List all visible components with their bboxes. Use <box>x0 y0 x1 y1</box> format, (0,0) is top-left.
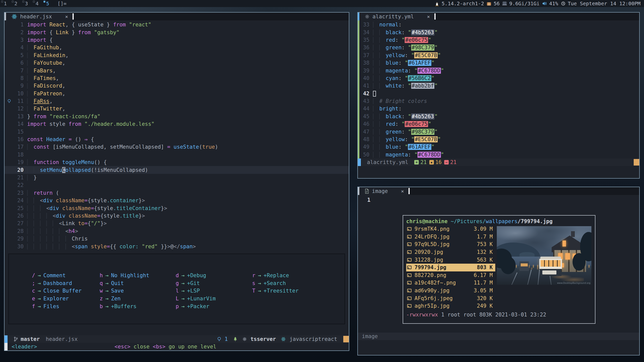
code-line[interactable]: 23 return ( <box>5 189 349 197</box>
code-line[interactable]: 50 magenta: "#C678DD" <box>359 151 639 158</box>
laptop-icon <box>502 1 507 6</box>
file-row[interactable]: aghr5Ip.jpg249 K <box>406 302 495 310</box>
whichkey-label: +LSP <box>187 288 200 294</box>
code-line[interactable]: 43 # Bright colors <box>359 97 639 105</box>
file-row[interactable]: 9rsmTK4.png3.09 M <box>406 225 495 233</box>
whichkey-label: +LunarVim <box>187 296 216 302</box>
workspace-tag-3[interactable]: 3 <box>21 0 32 7</box>
cmdline-cursor-block <box>5 343 8 350</box>
line-number: 34 <box>359 29 373 35</box>
code-line[interactable]: 25 <div className={style.titleContainer}… <box>5 204 349 212</box>
diff-changed-icon: ▪ <box>429 160 434 165</box>
code-line[interactable]: 28 <h4> <box>5 227 349 235</box>
code-line[interactable]: 40 cyan: "#56B6C2" <box>359 74 639 82</box>
line-number: 40 <box>359 75 373 81</box>
workspace-indicator-square <box>44 1 45 3</box>
workspace-tag-4[interactable]: 4 <box>32 0 42 7</box>
code-line[interactable]: 41 white: "#abb2bf" <box>359 82 639 90</box>
code-line[interactable]: 42 <box>359 90 639 97</box>
file-row[interactable]: a19c482f~.png11.7 M <box>406 279 495 287</box>
code-line[interactable]: 47 green: "#98C379" <box>359 128 639 135</box>
code-line[interactable]: 8 FaTimes, <box>5 74 349 82</box>
close-icon[interactable]: × <box>427 14 430 20</box>
code-area-left[interactable]: 1import React, { useState } from "react"… <box>5 21 349 250</box>
file-row[interactable]: ad6v90y.jpg3.05 M <box>406 287 495 295</box>
code-text: blue: "#61AFEF" <box>373 60 434 66</box>
code-line[interactable]: 39 magenta: "#C678DD" <box>359 67 639 74</box>
code-line[interactable]: 49 blue: "#61AFEF" <box>359 143 639 151</box>
file-row-selected[interactable]: 799794.jpg803 K <box>406 264 495 271</box>
code-line[interactable]: 26 <div className={style.title}> <box>5 212 349 220</box>
whichkey-label: Comment <box>43 272 66 278</box>
code-line[interactable]: 38 blue: "#61AFEF" <box>359 59 639 67</box>
code-line[interactable]: 44 bright: <box>359 105 639 112</box>
code-text: setMenuCollapsed(!isMenuCollapsed) <box>27 167 148 173</box>
whichkey-binding: h→No Highlight <box>100 272 176 279</box>
code-line[interactable]: 11 FaRss, <box>5 97 349 105</box>
whichkey-binding: c→Close Buffer <box>32 287 100 295</box>
file-row[interactable]: AFq5r6j.jpeg320 K <box>406 294 495 302</box>
code-text: green: "#98C379" <box>373 45 438 51</box>
code-line[interactable]: 36 green: "#98C379" <box>359 44 639 51</box>
workspace-tag-5[interactable]: 5 <box>42 0 53 7</box>
code-line[interactable]: 7 FaBars, <box>5 67 349 74</box>
file-info-rest: 1 root root 803K 2021-03-01 23:22 <box>438 312 546 318</box>
code-line[interactable]: 10 FaPatreon, <box>5 90 349 97</box>
file-row[interactable]: 97q9L5D.jpg753 K <box>406 240 495 248</box>
whichkey-binding: g→+Git <box>176 279 252 287</box>
code-area-right-top[interactable]: 33 normal:34 black: "#4b5263"35 red: "#e… <box>359 21 639 158</box>
workspace-indicator-square <box>1 1 3 3</box>
code-line[interactable]: 22 <box>5 181 349 189</box>
code-line[interactable]: 1 <box>358 196 374 204</box>
code-line[interactable]: 35 red: "#e06c75" <box>359 36 639 44</box>
code-line[interactable]: 29 Chris <box>5 235 349 243</box>
code-line[interactable]: 37 yellow: "#E5C07B" <box>359 52 639 59</box>
code-line[interactable]: 9 FaDiscord, <box>5 82 349 90</box>
code-line[interactable]: 24 <div className={style.container}> <box>5 197 349 204</box>
close-icon[interactable]: × <box>65 14 68 20</box>
workspace-tag-1[interactable]: 1 <box>0 0 11 7</box>
arrow-right-icon: → <box>35 280 44 286</box>
file-row[interactable]: 24LrDFQ.jpg1.7 M <box>406 233 495 241</box>
close-icon[interactable]: × <box>401 188 404 194</box>
workspace-tag-2[interactable]: 2 <box>11 0 21 7</box>
code-line[interactable]: 1import React, { useState } from "react" <box>5 21 349 28</box>
file-row[interactable]: 20920.jpg132 K <box>406 248 495 256</box>
tab-image[interactable]: image × <box>359 187 408 195</box>
code-line[interactable]: 17 const [isMenuCollapsed, setMenuCollap… <box>5 143 349 151</box>
line-number: 18 <box>14 152 27 158</box>
code-line[interactable]: 2import { Link } from "gatsby" <box>5 28 349 36</box>
code-line[interactable]: 5 FaLinkedin, <box>5 52 349 59</box>
code-line[interactable]: 13} from "react-icons/fa" <box>5 113 349 120</box>
code-line[interactable]: 34 black: "#4b5263" <box>359 28 639 36</box>
code-line[interactable]: 46 red: "#e06c75" <box>359 120 639 128</box>
code-line[interactable]: 19 function toggleMenu() { <box>5 158 349 166</box>
code-line[interactable]: 15 <box>5 128 349 135</box>
code-line[interactable]: 20 setMenuCollapsed(!isMenuCollapsed) <box>5 166 349 174</box>
layout-symbol[interactable]: []= <box>57 1 66 7</box>
tab-header-jsx[interactable]: header.jsx × <box>6 13 72 20</box>
code-line[interactable]: 48 yellow: "#E5C07B" <box>359 136 639 143</box>
code-line[interactable]: 30 <span style={{ color: "red" }}>@</spa… <box>5 243 349 250</box>
code-line[interactable]: 14import style from "./header.module.les… <box>5 120 349 128</box>
file-row[interactable]: 31228.jpg563 K <box>406 256 495 264</box>
arrow-right-icon: → <box>103 303 111 309</box>
code-text: FaLinkedin, <box>27 52 68 58</box>
code-line[interactable]: 3import { <box>5 36 349 44</box>
cmdline-left[interactable]: <leader> <esc> close <bs> go up one leve… <box>5 343 349 350</box>
file-row[interactable]: 882720.png6.17 M <box>406 271 495 279</box>
code-line[interactable]: 6 FaYoutube, <box>5 59 349 67</box>
code-line[interactable]: 12 FaTwitter, <box>5 105 349 112</box>
code-line[interactable]: 16const Header = () ⇒ { <box>5 136 349 143</box>
code-text <box>373 90 376 97</box>
code-line[interactable]: 21 } <box>5 174 349 181</box>
tab-cursor <box>408 188 410 194</box>
tab-alacritty-yml[interactable]: alacritty.yml × <box>359 13 434 20</box>
code-line[interactable]: 18 <box>5 151 349 158</box>
git-branch-label[interactable]: master <box>21 336 40 342</box>
code-line[interactable]: 45 black: "#4b5263" <box>359 113 639 120</box>
code-line[interactable]: 33 normal: <box>359 21 639 28</box>
code-line[interactable]: 27 <Link to={"/"}> <box>5 220 349 227</box>
code-text: green: "#98C379" <box>373 129 438 135</box>
code-line[interactable]: 4 FaGithub, <box>5 44 349 51</box>
